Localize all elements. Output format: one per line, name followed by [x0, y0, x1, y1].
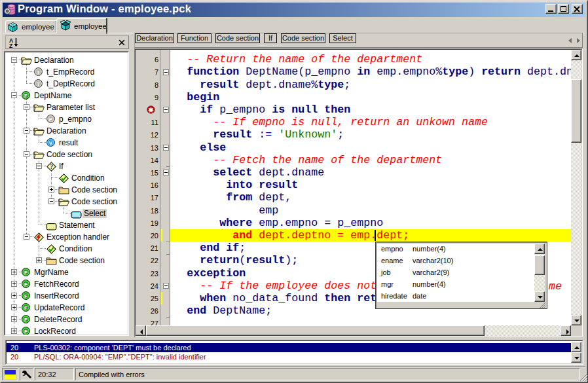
- svg-text:F: F: [24, 293, 28, 299]
- svg-text:F: F: [24, 317, 28, 323]
- svg-text:V: V: [49, 140, 53, 146]
- svg-text:F: F: [24, 270, 28, 276]
- svg-text:P: P: [49, 117, 53, 122]
- svg-text:T: T: [37, 69, 40, 75]
- svg-text:Z: Z: [9, 43, 12, 48]
- svg-text:T: T: [37, 81, 40, 87]
- svg-text:F: F: [24, 329, 28, 335]
- svg-text:F: F: [24, 282, 28, 287]
- svg-text:F: F: [24, 305, 28, 311]
- svg-text:F: F: [24, 93, 28, 99]
- svg-text:?: ?: [50, 163, 53, 170]
